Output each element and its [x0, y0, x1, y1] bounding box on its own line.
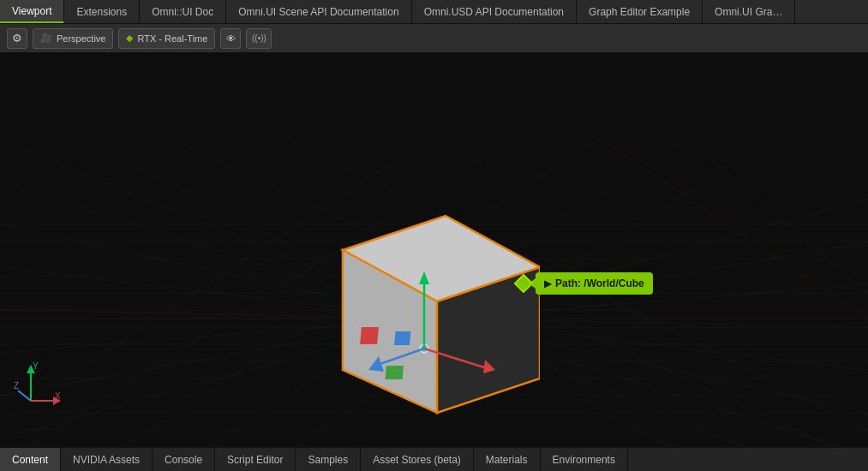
rtx-icon: ◆	[126, 33, 133, 44]
viewport[interactable]: ▶ Path: /World/Cube Y Z X	[0, 53, 868, 447]
gear-icon: ⚙	[12, 32, 22, 45]
svg-line-34	[685, 139, 868, 293]
tab-graph-editor[interactable]: Graph Editor Example	[577, 0, 703, 23]
bottom-tab-nvidia-assets[interactable]: NVIDIA Assets	[61, 448, 153, 471]
bottom-tab-script-editor[interactable]: Script Editor	[215, 448, 296, 471]
tab-omni-ui-scene[interactable]: Omni.UI Scene API Documentation	[226, 0, 411, 23]
path-icon: ▶	[544, 278, 551, 289]
tab-omni-usd-api[interactable]: Omni.USD API Documentation	[412, 0, 577, 23]
bottom-tab-samples[interactable]: Samples	[296, 448, 361, 471]
bottom-tab-asset-stores[interactable]: Asset Stores (beta)	[361, 448, 474, 471]
svg-rect-47	[386, 366, 404, 379]
bottom-tab-materials[interactable]: Materials	[474, 448, 541, 471]
bottom-tab-console[interactable]: Console	[153, 448, 215, 471]
camera-perspective-button[interactable]: 🎥 Perspective	[33, 28, 113, 49]
eye-button[interactable]: 👁	[220, 28, 241, 49]
toolbar: ⚙ 🎥 Perspective ◆ RTX - Real-Time 👁 ((•)…	[0, 24, 868, 53]
main-content: ⚙ 🎥 Perspective ◆ RTX - Real-Time 👁 ((•)…	[0, 24, 868, 471]
broadcast-icon: ((•))	[252, 33, 266, 43]
svg-rect-45	[360, 327, 379, 344]
svg-line-51	[18, 391, 31, 401]
cube-object	[274, 199, 548, 447]
axes-indicator: Y Z X	[14, 358, 65, 409]
bottom-tab-bar: Content NVIDIA Assets Console Script Edi…	[0, 447, 868, 471]
rtx-realtime-button[interactable]: ◆ RTX - Real-Time	[118, 28, 215, 49]
tab-omni-ui-gra[interactable]: Omni.UI Gra…	[703, 0, 795, 23]
camera-icon: 🎥	[40, 33, 52, 44]
tab-viewport[interactable]: Viewport	[0, 0, 64, 23]
eye-icon: 👁	[226, 33, 236, 44]
broadcast-button[interactable]: ((•))	[246, 28, 272, 49]
tab-extensions[interactable]: Extensions	[64, 0, 140, 23]
bottom-tab-environments[interactable]: Environments	[541, 448, 628, 471]
svg-text:Y: Y	[33, 361, 39, 371]
settings-button[interactable]: ⚙	[7, 28, 27, 49]
svg-text:Z: Z	[14, 381, 19, 391]
tab-omni-ui-doc[interactable]: Omni::UI Doc	[140, 0, 226, 23]
svg-text:X: X	[55, 391, 61, 401]
cube-path-label: ▶ Path: /World/Cube	[536, 272, 653, 295]
tab-bar: Viewport Extensions Omni::UI Doc Omni.UI…	[0, 0, 868, 24]
bottom-tab-content[interactable]: Content	[0, 448, 61, 471]
svg-rect-46	[394, 331, 410, 345]
